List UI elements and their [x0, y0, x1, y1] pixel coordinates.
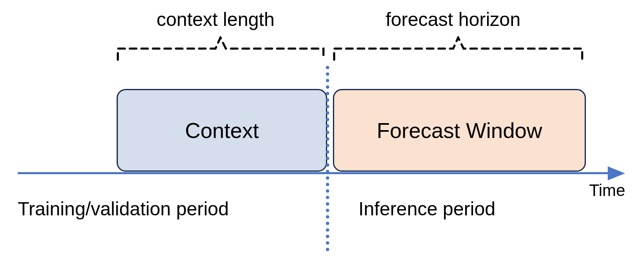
forecast-window-box-label: Forecast Window — [377, 118, 542, 143]
label-inference-period: Inference period — [358, 198, 495, 220]
divider-dotted-line — [326, 66, 329, 251]
diagram-canvas: context length forecast horizon Context … — [0, 0, 644, 259]
arrow-right-icon — [608, 166, 625, 180]
label-training-validation-period: Training/validation period — [18, 198, 229, 220]
brace-forecast-icon — [333, 36, 583, 61]
label-forecast-horizon: forecast horizon — [386, 8, 520, 30]
context-box-label: Context — [185, 118, 259, 143]
axis-label-time: Time — [589, 181, 625, 200]
svg-marker-0 — [608, 166, 625, 180]
context-box: Context — [117, 89, 327, 172]
timeline-axis — [18, 172, 611, 174]
label-context-length: context length — [157, 8, 274, 30]
forecast-window-box: Forecast Window — [333, 89, 586, 172]
brace-context-icon — [117, 36, 325, 61]
